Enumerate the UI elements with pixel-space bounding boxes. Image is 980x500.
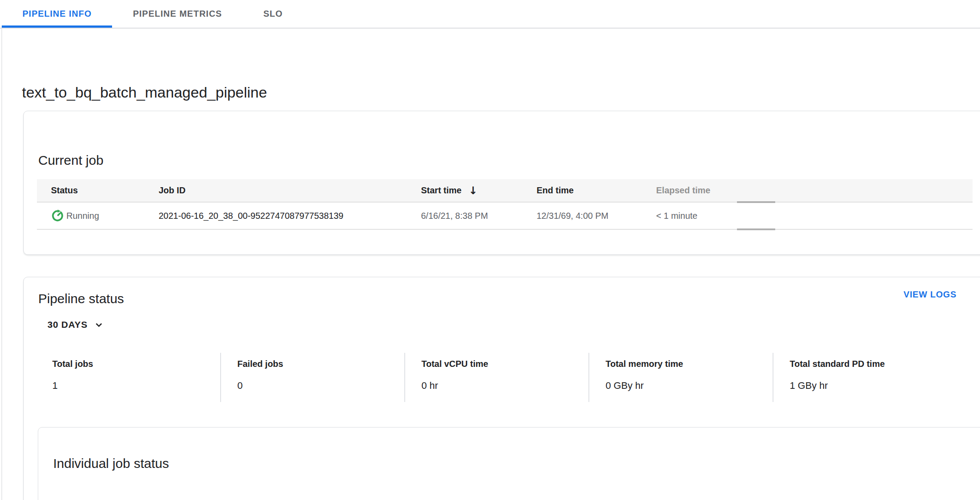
tab-slo[interactable]: SLO [243,0,303,28]
stat-failed-jobs: Failed jobs 0 [220,353,404,402]
table-row-divider-segment [737,228,775,230]
stat-label: Failed jobs [237,359,404,369]
chevron-down-icon [94,319,104,330]
page-title: text_to_bq_batch_managed_pipeline [22,83,267,101]
col-header-job-id[interactable]: Job ID [159,185,421,196]
individual-job-status-card: Individual job status [38,427,980,500]
stat-value: 1 GBy hr [790,380,957,391]
stat-total-standard-pd-time: Total standard PD time 1 GBy hr [773,353,957,402]
col-header-status[interactable]: Status [37,185,159,196]
job-start-time-cell: 6/16/21, 8:38 PM [421,211,537,221]
stat-value: 0 hr [421,380,588,391]
view-logs-button[interactable]: VIEW LOGS [904,290,957,300]
current-job-table-header: Status Job ID Start time↓ End time Elaps… [37,179,973,202]
stat-value: 0 GBy hr [606,380,773,391]
sort-descending-icon[interactable]: ↓ [468,185,477,197]
job-end-time-cell: 12/31/69, 4:00 PM [537,211,656,221]
individual-job-status-title: Individual job status [38,428,980,471]
pipeline-stats-row: Total jobs 1 Failed jobs 0 Total vCPU ti… [36,353,957,402]
job-elapsed-time-cell: < 1 minute [656,211,973,221]
time-range-value: 30 DAYS [47,319,87,330]
job-status-cell: Running [37,209,159,222]
stat-label: Total memory time [606,359,773,369]
tab-pipeline-info[interactable]: PIPELINE INFO [2,0,112,28]
current-job-table: Status Job ID Start time↓ End time Elaps… [37,179,973,230]
table-header-divider [37,202,973,203]
col-header-elapsed-time[interactable]: Elapsed time [656,185,973,196]
stat-value: 0 [237,380,404,391]
table-header-divider-segment [737,201,775,203]
tab-pipeline-metrics[interactable]: PIPELINE METRICS [112,0,243,28]
current-job-title: Current job [24,111,980,168]
stat-label: Total jobs [52,359,220,369]
current-job-card: Current job Status Job ID Start time↓ En… [23,111,980,255]
job-status-text: Running [66,211,99,221]
stat-value: 1 [52,380,220,391]
pipeline-status-card: Pipeline status VIEW LOGS 30 DAYS Total … [23,277,980,500]
col-header-end-time[interactable]: End time [537,185,656,196]
pipeline-tabbar: PIPELINE INFO PIPELINE METRICS SLO [0,0,980,29]
stat-total-memory-time: Total memory time 0 GBy hr [588,353,773,402]
start-time-label: Start time [421,185,461,195]
pipeline-status-title: Pipeline status [38,290,124,307]
job-id-cell: 2021-06-16_20_38_00-9522747087977538139 [159,211,421,221]
stat-label: Total vCPU time [421,359,588,369]
stat-total-vcpu-time: Total vCPU time 0 hr [404,353,588,402]
running-status-icon [51,209,64,222]
table-row-divider [37,229,973,230]
stat-label: Total standard PD time [790,359,957,369]
table-row[interactable]: Running 2021-06-16_20_38_00-952274708797… [37,203,973,229]
stat-total-jobs: Total jobs 1 [36,353,220,402]
col-header-start-time[interactable]: Start time↓ [421,185,537,197]
time-range-dropdown[interactable]: 30 DAYS [47,319,104,330]
content-left-divider [1,0,2,500]
